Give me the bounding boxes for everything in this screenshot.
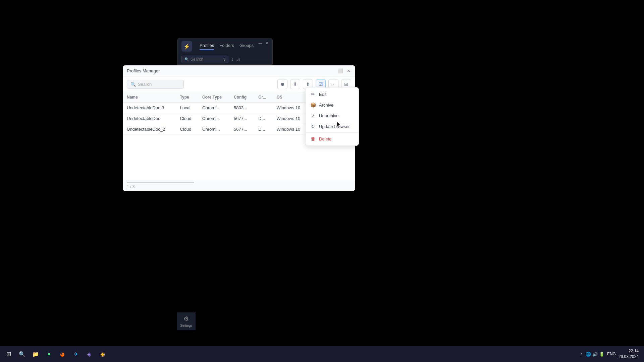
delete-icon: 🗑 — [310, 136, 316, 141]
cell-os-0: Windows 10 — [272, 103, 309, 113]
pagination-label: 1 / 3 — [127, 184, 135, 189]
background-window: ⚡ Profiles Folders Groups — ✕ 🔍 Search 3… — [177, 38, 273, 65]
window-titlebar: Profiles Manager ⬜ ✕ — [123, 65, 355, 76]
bg-filter-icon[interactable]: ⊿ — [236, 57, 240, 62]
col-header-os: OS — [272, 92, 309, 103]
bg-tab-profiles[interactable]: Profiles — [200, 43, 214, 50]
update-browser-icon: ↻ — [310, 124, 316, 129]
start-button[interactable]: ⊞ — [3, 348, 15, 360]
cell-core-type-0: Chromi... — [198, 103, 230, 113]
settings-icon: ⚙ — [183, 315, 189, 322]
record-button[interactable]: ⏺ — [277, 79, 287, 89]
cell-gr-1: D... — [254, 113, 272, 124]
close-button[interactable]: ✕ — [346, 68, 351, 73]
col-header-core-type: Core Type — [198, 92, 230, 103]
bg-tab-bar: Profiles Folders Groups — [196, 42, 258, 51]
cell-core-type-1: Chromi... — [198, 113, 230, 124]
taskbar-app2-icon[interactable]: ◉ — [97, 348, 109, 360]
taskbar-chevron-icon[interactable]: ∧ — [580, 352, 583, 356]
edit-icon: ✏ — [310, 92, 316, 97]
taskbar-telegram-icon[interactable]: ✈ — [70, 348, 82, 360]
cell-gr-2: D... — [254, 124, 272, 135]
cell-config-2: 5677... — [230, 124, 254, 135]
context-menu-label-edit: Edit — [319, 92, 326, 97]
col-header-name: Name — [123, 92, 176, 103]
context-menu-label-delete: Delete — [319, 136, 332, 141]
bg-close-button[interactable]: ✕ — [265, 41, 269, 45]
cell-type-2: Cloud — [176, 124, 199, 135]
bg-search-placeholder: Search — [191, 57, 203, 62]
cell-config-1: 5677... — [230, 113, 254, 124]
cell-config-0: 5803... — [230, 103, 254, 113]
archive-icon: 📦 — [310, 102, 316, 108]
settings-panel: ⚙ Settings — [177, 312, 196, 330]
taskbar: ⊞ 🔍 📁 ● ◕ ✈ ◈ ◉ ∧ 🌐 🔊 🔋 ENG 22:14 26.03.… — [0, 346, 644, 362]
bg-sort-icon[interactable]: ↕ — [231, 57, 233, 62]
search-input[interactable] — [138, 82, 178, 87]
battery-icon: 🔋 — [599, 352, 604, 357]
volume-icon: 🔊 — [592, 352, 598, 357]
taskbar-right: ∧ 🌐 🔊 🔋 ENG 22:14 26.03.2024 — [580, 348, 641, 360]
taskbar-indicators: 🌐 🔊 🔋 — [586, 352, 604, 357]
context-menu-label-update-browser: Update browser — [319, 124, 350, 129]
context-menu-divider — [306, 132, 359, 133]
settings-button[interactable]: ⚙ Settings — [180, 315, 192, 327]
unarchive-icon: ↗ — [310, 113, 316, 118]
cell-os-2: Windows 10 — [272, 124, 309, 135]
search-container[interactable]: 🔍 — [127, 80, 184, 89]
cell-core-type-2: Chromi... — [198, 124, 230, 135]
context-menu-item-unarchive[interactable]: ↗ Unarchive — [306, 110, 359, 121]
cell-type-0: Local — [176, 103, 199, 113]
cell-gr-0 — [254, 103, 272, 113]
cell-os-1: Windows 10 — [272, 113, 309, 124]
bg-minimize-button[interactable]: — — [258, 41, 262, 45]
bg-search-box[interactable]: 🔍 Search 3 — [181, 56, 228, 63]
network-icon: 🌐 — [586, 352, 591, 357]
cell-name-2: UndetectableDoc_2 — [123, 124, 176, 135]
scrollbar[interactable] — [127, 182, 194, 183]
app-logo: ⚡ — [181, 41, 192, 52]
settings-label: Settings — [180, 324, 192, 327]
context-menu-item-edit[interactable]: ✏ Edit — [306, 89, 359, 100]
taskbar-clock: 22:14 26.03.2024 — [619, 348, 639, 360]
download-button[interactable]: ⬇ — [290, 79, 300, 89]
context-menu-item-update-browser[interactable]: ↻ Update browser — [306, 121, 359, 132]
bg-tab-folders[interactable]: Folders — [219, 43, 234, 50]
taskbar-search-icon[interactable]: 🔍 — [16, 348, 28, 360]
bg-search-icon: 🔍 — [184, 57, 189, 62]
taskbar-time-value: 22:14 — [619, 348, 639, 354]
bg-search-row: 🔍 Search 3 ↕ ⊿ — [177, 54, 272, 64]
context-menu: ✏ Edit 📦 Archive ↗ Unarchive ↻ Update br… — [305, 87, 359, 146]
taskbar-chrome-alt-icon[interactable]: ◕ — [56, 348, 68, 360]
cell-name-0: UndetectableDoc-3 — [123, 103, 176, 113]
col-header-config: Config — [230, 92, 254, 103]
context-menu-label-unarchive: Unarchive — [319, 113, 339, 118]
taskbar-file-explorer-icon[interactable]: 📁 — [30, 348, 42, 360]
window-title: Profiles Manager — [127, 68, 160, 73]
cell-name-1: UndetectableDoc — [123, 113, 176, 124]
bg-window-controls: — ✕ — [258, 41, 269, 45]
maximize-button[interactable]: ⬜ — [338, 68, 343, 73]
taskbar-date-value: 26.03.2024 — [619, 354, 639, 360]
context-menu-item-archive[interactable]: 📦 Archive — [306, 100, 359, 110]
window-controls: ⬜ ✕ — [338, 68, 351, 73]
col-header-type: Type — [176, 92, 199, 103]
bg-tab-groups[interactable]: Groups — [239, 43, 254, 50]
window-footer: 1 / 3 — [123, 180, 355, 191]
context-menu-item-delete[interactable]: 🗑 Delete — [306, 133, 359, 144]
context-menu-label-archive: Archive — [319, 103, 333, 108]
taskbar-chrome-icon[interactable]: ● — [43, 348, 55, 360]
taskbar-app1-icon[interactable]: ◈ — [83, 348, 95, 360]
bg-search-badge: 3 — [223, 57, 225, 61]
search-icon: 🔍 — [130, 82, 136, 87]
taskbar-lang: ENG — [607, 352, 616, 356]
col-header-gr: Gr... — [254, 92, 272, 103]
cell-type-1: Cloud — [176, 113, 199, 124]
